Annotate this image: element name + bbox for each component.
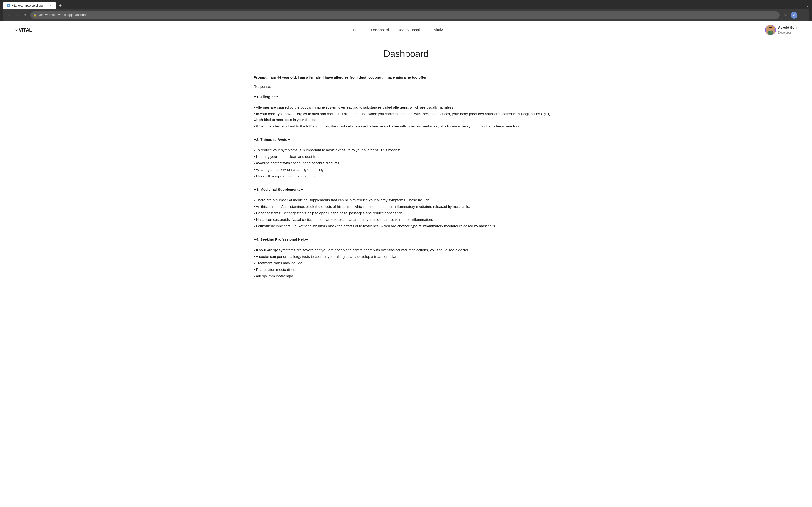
bookmark-button[interactable]: ☆ [782,12,789,18]
nav-link-home[interactable]: Home [353,27,362,33]
section1-heading: ••1. Allergies•• [254,94,558,100]
spacer6 [254,230,558,232]
refresh-button[interactable]: ↻ [21,12,28,18]
user-role: Developer [778,31,798,35]
section4-bullet-1: • If your allergy symptoms are severe or… [254,247,558,253]
nav-link-nearby-hospitals[interactable]: Nearby Hospitals [398,27,425,33]
spacer4 [254,180,558,182]
brand-icon: ∿ [14,27,18,33]
browser-toolbar: ← → ↻ 🔒 vital-web-app.vercel.app/dashboa… [3,9,809,21]
nav-link-dashboard[interactable]: Dashboard [371,27,389,33]
section2-intro: • To reduce your symptoms, it is importa… [254,147,558,153]
browser-menu-button[interactable]: ⋮ [800,12,806,18]
app-container: ∿ VITAL Home Dashboard Nearby Hospitals … [0,21,812,506]
nav-links: Home Dashboard Nearby Hospitals VitalAI [353,27,445,33]
section1-bullet-1: • Allergies are caused by the body's imm… [254,105,558,110]
spacer2 [254,130,558,132]
section1-bullet-2: • In your case, you have allergies to du… [254,111,558,123]
tab-favicon: ♥ [7,4,10,7]
user-info: Avyukt Soni Developer [778,25,798,35]
user-profile[interactable]: Avyukt Soni Developer [765,24,798,35]
back-button[interactable]: ← [6,12,12,18]
avatar-image [766,25,775,35]
section3-heading: ••3. Medicinal Supplements•• [254,187,558,192]
section4-bullet-2: • A doctor can perform allergy tests to … [254,254,558,260]
section4-bullet-3: • Treatment plans may include: [254,260,558,266]
page-title: Dashboard [254,47,558,61]
response-label: Response: [254,84,558,90]
new-tab-button[interactable]: + [57,2,64,9]
section4-heading: ••4. Seeking Professional Help•• [254,237,558,242]
browser-profile-button[interactable]: A [791,12,798,18]
main-content: Dashboard Prompt: I am 44 year old. I am… [239,39,573,289]
url-text: vital-web-app.vercel.app/dashboard [39,12,89,18]
section2-bullet-4: • Using allergy-proof bedding and furnit… [254,173,558,179]
active-tab[interactable]: ♥ vital-web-app.vercel.app/da... × [3,2,56,9]
address-bar[interactable]: 🔒 vital-web-app.vercel.app/dashboard [31,11,779,19]
spacer3 [254,145,558,147]
forward-button[interactable]: → [13,12,20,18]
section2-bullet-2: • Avoiding contact with coconut and coco… [254,160,558,166]
nav-link-vital-ai[interactable]: VitalAI [434,27,445,33]
browser-tabs: ♥ vital-web-app.vercel.app/da... × + ⌄ [3,2,809,9]
avatar [765,24,776,35]
browser-chrome: ♥ vital-web-app.vercel.app/da... × + ⌄ ←… [0,0,812,21]
section3-intro: • There are a number of medicinal supple… [254,197,558,203]
tab-close-button[interactable]: × [49,4,52,7]
section3-bullet-2: • Decongestants: Decongestants help to o… [254,210,558,216]
spacer7 [254,245,558,247]
brand-logo[interactable]: ∿ VITAL [14,26,32,34]
browser-actions: ☆ A ⋮ [782,12,806,18]
section2-heading: ••2. Things to Avoid•• [254,137,558,143]
lock-icon: 🔒 [33,13,37,17]
section3-bullet-3: • Nasal corticosteroids: Nasal corticost… [254,217,558,223]
tab-title: vital-web-app.vercel.app/da... [12,3,47,8]
navbar: ∿ VITAL Home Dashboard Nearby Hospitals … [0,21,812,39]
section3-bullet-4: • Leukotriene inhibitors: Leukotriene in… [254,223,558,229]
brand-name: VITAL [18,26,32,34]
section1-bullet-3: • When the allergens bind to the IgE ant… [254,123,558,129]
browser-nav-buttons: ← → ↻ [6,12,28,18]
section2-bullet-1: • Keeping your home clean and dust-free [254,154,558,160]
spacer [254,102,558,105]
prompt-text: Prompt: I am 44 year old. I am a female.… [254,74,558,80]
user-name: Avyukt Soni [778,25,798,30]
section4-bullet-4: • Prescription medications [254,267,558,273]
scroll-indicator: ⌄ [806,2,809,9]
divider [254,68,558,69]
section3-bullet-1: • Antihistamines: Antihistamines block t… [254,204,558,210]
spacer5 [254,195,558,197]
section2-bullet-3: • Wearing a mask when cleaning or dustin… [254,167,558,173]
section4-bullet-5: • Allergy immunotherapy [254,273,558,279]
